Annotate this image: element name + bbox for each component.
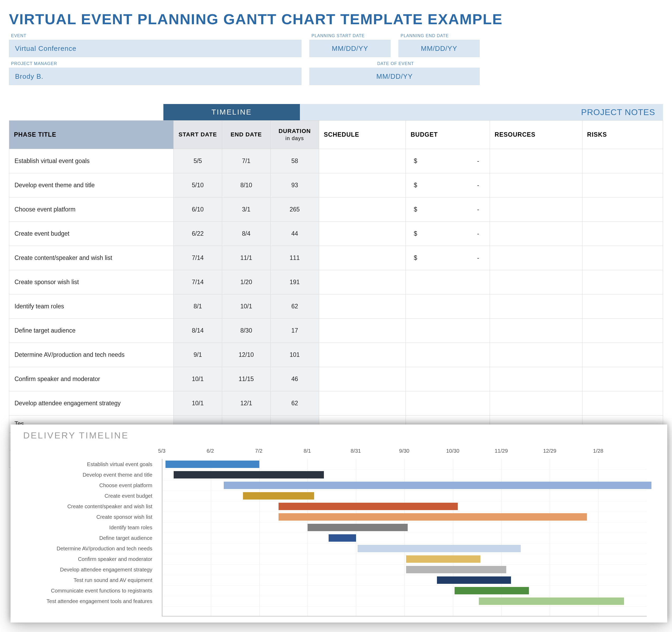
phase-title-cell[interactable]: Establish virtual event goals — [9, 149, 174, 173]
start-date-cell[interactable]: 10/1 — [173, 391, 222, 415]
end-date-cell[interactable]: 11/15 — [222, 367, 270, 391]
start-date-cell[interactable]: 7/14 — [173, 270, 222, 295]
duration-cell[interactable]: 17 — [270, 319, 319, 343]
phase-title-cell[interactable]: Choose event platform — [9, 198, 174, 222]
gantt-bar[interactable] — [437, 577, 511, 584]
phase-title-cell[interactable]: Identify team roles — [9, 295, 174, 319]
table-row[interactable]: Develop event theme and title5/108/1093$… — [9, 173, 663, 198]
schedule-cell[interactable] — [319, 295, 406, 319]
resources-cell[interactable] — [490, 222, 582, 246]
col-budget[interactable]: BUDGET — [406, 121, 490, 149]
duration-cell[interactable]: 101 — [270, 343, 319, 367]
phase-title-cell[interactable]: Confirm speaker and moderator — [9, 367, 174, 391]
schedule-cell[interactable] — [319, 391, 406, 415]
schedule-cell[interactable] — [319, 319, 406, 343]
resources-cell[interactable] — [490, 173, 582, 198]
budget-cell[interactable] — [406, 295, 490, 319]
start-date-cell[interactable]: 5/10 — [173, 173, 222, 198]
risks-cell[interactable] — [582, 343, 663, 367]
phase-title-cell[interactable]: Determine AV/production and tech needs — [9, 343, 174, 367]
table-row[interactable]: Create sponsor wish list7/141/20191 — [9, 270, 663, 295]
table-row[interactable]: Create content/speaker and wish list7/14… — [9, 246, 663, 270]
gantt-bar[interactable] — [174, 471, 324, 479]
duration-cell[interactable]: 191 — [270, 270, 319, 295]
risks-cell[interactable] — [582, 391, 663, 415]
budget-cell[interactable] — [406, 270, 490, 295]
duration-cell[interactable]: 62 — [270, 295, 319, 319]
gantt-bar[interactable] — [243, 492, 314, 500]
budget-cell[interactable] — [406, 391, 490, 415]
risks-cell[interactable] — [582, 149, 663, 173]
resources-cell[interactable] — [490, 391, 582, 415]
budget-cell[interactable]: $- — [406, 198, 490, 222]
budget-cell[interactable]: $- — [406, 246, 490, 270]
end-date-cell[interactable]: 8/10 — [222, 173, 270, 198]
col-start-date[interactable]: START DATE — [173, 121, 222, 149]
planning-start-input[interactable]: MM/DD/YY — [309, 40, 390, 57]
risks-cell[interactable] — [582, 246, 663, 270]
schedule-cell[interactable] — [319, 246, 406, 270]
risks-cell[interactable] — [582, 222, 663, 246]
table-row[interactable]: Define target audience8/148/3017 — [9, 319, 663, 343]
table-row[interactable]: Determine AV/production and tech needs9/… — [9, 343, 663, 367]
resources-cell[interactable] — [490, 270, 582, 295]
resources-cell[interactable] — [490, 198, 582, 222]
schedule-cell[interactable] — [319, 149, 406, 173]
risks-cell[interactable] — [582, 295, 663, 319]
end-date-cell[interactable]: 8/4 — [222, 222, 270, 246]
budget-cell[interactable] — [406, 343, 490, 367]
end-date-cell[interactable]: 12/10 — [222, 343, 270, 367]
budget-cell[interactable] — [406, 367, 490, 391]
duration-cell[interactable]: 93 — [270, 173, 319, 198]
gantt-bar[interactable] — [279, 513, 587, 521]
table-row[interactable]: Establish virtual event goals5/57/158$- — [9, 149, 663, 173]
start-date-cell[interactable]: 6/22 — [173, 222, 222, 246]
phase-title-cell[interactable]: Create content/speaker and wish list — [9, 246, 174, 270]
gantt-bar[interactable] — [406, 566, 506, 573]
start-date-cell[interactable]: 9/1 — [173, 343, 222, 367]
risks-cell[interactable] — [582, 319, 663, 343]
col-duration[interactable]: DURATIONin days — [270, 121, 319, 149]
col-schedule[interactable]: SCHEDULE — [319, 121, 406, 149]
start-date-cell[interactable]: 5/5 — [173, 149, 222, 173]
phase-title-cell[interactable]: Develop event theme and title — [9, 173, 174, 198]
table-row[interactable]: Choose event platform6/103/1265$- — [9, 198, 663, 222]
duration-cell[interactable]: 62 — [270, 391, 319, 415]
planning-end-input[interactable]: MM/DD/YY — [399, 40, 480, 57]
gantt-bar[interactable] — [406, 555, 480, 563]
resources-cell[interactable] — [490, 246, 582, 270]
event-input[interactable]: Virtual Conference — [9, 40, 302, 57]
col-resources[interactable]: RESOURCES — [490, 121, 582, 149]
duration-cell[interactable]: 44 — [270, 222, 319, 246]
schedule-cell[interactable] — [319, 222, 406, 246]
schedule-cell[interactable] — [319, 343, 406, 367]
risks-cell[interactable] — [582, 367, 663, 391]
start-date-cell[interactable]: 8/14 — [173, 319, 222, 343]
phase-title-cell[interactable]: Create event budget — [9, 222, 174, 246]
phase-title-cell[interactable]: Develop attendee engagement strategy — [9, 391, 174, 415]
gantt-bar[interactable] — [308, 524, 408, 531]
gantt-bar[interactable] — [166, 460, 259, 468]
table-row[interactable]: Create event budget6/228/444$- — [9, 222, 663, 246]
end-date-cell[interactable]: 1/20 — [222, 270, 270, 295]
duration-cell[interactable]: 46 — [270, 367, 319, 391]
col-end-date[interactable]: END DATE — [222, 121, 270, 149]
gantt-bar[interactable] — [455, 587, 529, 595]
resources-cell[interactable] — [490, 149, 582, 173]
schedule-cell[interactable] — [319, 367, 406, 391]
budget-cell[interactable]: $- — [406, 149, 490, 173]
gantt-bar[interactable] — [358, 545, 521, 552]
gantt-bar[interactable] — [479, 598, 624, 605]
start-date-cell[interactable]: 10/1 — [173, 367, 222, 391]
gantt-bar[interactable] — [224, 482, 652, 489]
start-date-cell[interactable]: 6/10 — [173, 198, 222, 222]
end-date-cell[interactable]: 12/1 — [222, 391, 270, 415]
phase-title-cell[interactable]: Create sponsor wish list — [9, 270, 174, 295]
risks-cell[interactable] — [582, 173, 663, 198]
schedule-cell[interactable] — [319, 270, 406, 295]
table-row[interactable]: Identify team roles8/110/162 — [9, 295, 663, 319]
resources-cell[interactable] — [490, 343, 582, 367]
phase-title-cell[interactable]: Define target audience — [9, 319, 174, 343]
end-date-cell[interactable]: 11/1 — [222, 246, 270, 270]
end-date-cell[interactable]: 7/1 — [222, 149, 270, 173]
